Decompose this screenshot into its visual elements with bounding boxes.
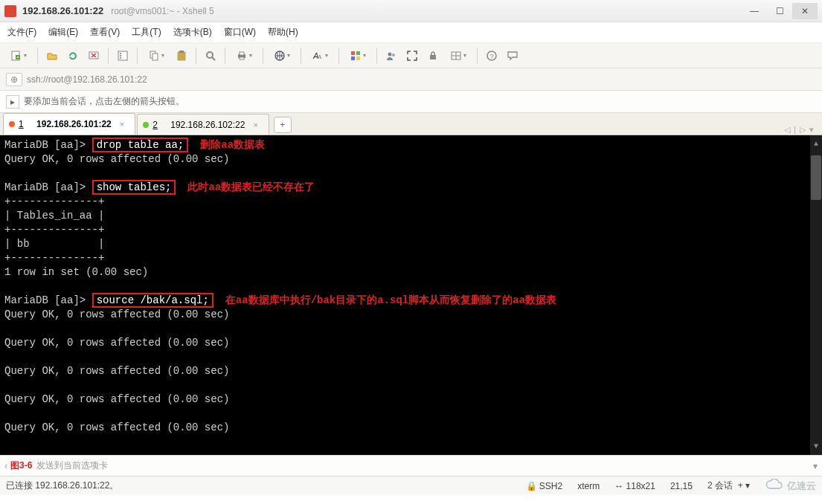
svg-point-5 — [120, 55, 121, 56]
separator — [37, 48, 38, 64]
svg-point-22 — [388, 52, 392, 56]
svg-point-23 — [392, 54, 395, 56]
menu-window[interactable]: 窗口(W) — [224, 26, 256, 39]
chat-icon[interactable] — [503, 46, 522, 65]
status-connection: 已连接 192.168.26.101:22。 — [6, 479, 118, 492]
minimize-button[interactable]: — — [742, 3, 767, 19]
menu-file[interactable]: 文件(F) — [7, 26, 36, 39]
tab-session-1[interactable]: 1 192.168.26.101:22 × — [3, 113, 135, 135]
brand-text: 亿速云 — [787, 479, 816, 493]
output-line: Query OK, 0 rows affected (0.00 sec) — [4, 152, 818, 167]
cmd-drop-table: drop table aa; — [92, 138, 189, 152]
scroll-down-icon[interactable]: ▼ — [812, 438, 820, 455]
menu-tools[interactable]: 工具(T) — [132, 26, 161, 39]
scroll-up-icon[interactable]: ▲ — [812, 135, 820, 152]
svg-rect-9 — [178, 52, 185, 60]
tab-label: 192.168.26.102:22 — [170, 120, 245, 130]
properties-icon[interactable] — [113, 46, 132, 65]
maximize-button[interactable]: ☐ — [767, 3, 792, 19]
separator — [301, 48, 301, 64]
annotation: 删除aa数据表 — [200, 139, 265, 151]
svg-point-11 — [207, 52, 213, 58]
close-button[interactable]: ✕ — [792, 3, 818, 19]
reconnect-icon[interactable] — [63, 46, 83, 65]
svg-rect-3 — [118, 51, 127, 60]
output-line: Query OK, 0 rows affected (0.00 sec) — [4, 421, 818, 435]
svg-rect-18 — [351, 51, 355, 55]
menubar: 文件(F) 编辑(E) 查看(V) 工具(T) 选项卡(B) 窗口(W) 帮助(… — [0, 22, 822, 43]
annotation: 此时aa数据表已经不存在了 — [187, 181, 315, 193]
separator — [137, 48, 138, 64]
menu-help[interactable]: 帮助(H) — [268, 26, 298, 39]
fullscreen-icon[interactable] — [402, 46, 422, 65]
scroll-thumb[interactable] — [811, 155, 821, 200]
separator — [263, 48, 263, 64]
color-icon[interactable] — [344, 46, 372, 65]
menu-edit[interactable]: 编辑(E) — [48, 26, 78, 39]
address-scheme-icon[interactable]: ⊕ — [6, 73, 22, 86]
tab-close-icon[interactable]: × — [253, 120, 257, 129]
find-icon[interactable] — [201, 46, 220, 65]
app-icon — [4, 5, 16, 17]
paste-icon[interactable] — [172, 46, 191, 65]
terminal[interactable]: MariaDB [aa]> drop table aa;删除aa数据表 Quer… — [0, 135, 822, 455]
lock-icon[interactable] — [423, 46, 443, 65]
compose-caret-icon[interactable]: ‹ — [4, 461, 7, 471]
address-url[interactable]: ssh://root@192.168.26.101:22 — [27, 74, 147, 85]
cmd-show-tables: show tables; — [92, 180, 176, 195]
print-icon[interactable] — [230, 46, 258, 65]
brand-logo: 亿速云 — [765, 479, 816, 493]
open-icon[interactable] — [42, 46, 62, 65]
separator — [196, 48, 196, 64]
output-line: +--------------+ — [4, 195, 818, 209]
toolbar: AA ? — [0, 43, 822, 68]
prompt: MariaDB [aa]> — [4, 139, 86, 151]
svg-point-4 — [120, 53, 121, 54]
output-line: | bb | — [4, 237, 818, 251]
svg-rect-21 — [356, 56, 360, 60]
figure-label: 图3-6 — [10, 459, 32, 472]
tab-session-2[interactable]: 2 192.168.26.102:22 × — [137, 114, 269, 135]
send-bar: ‹ 图3-6 发送到当前选项卡 ▾ — [0, 455, 822, 476]
disconnect-icon[interactable] — [84, 46, 103, 65]
menu-view[interactable]: 查看(V) — [90, 26, 120, 39]
separator — [376, 48, 377, 64]
menu-tabs[interactable]: 选项卡(B) — [173, 26, 212, 39]
prompt: MariaDB [aa]> — [4, 181, 86, 193]
font-icon[interactable]: AA — [306, 46, 334, 65]
terminal-scrollbar[interactable]: ▲ ▼ — [810, 135, 822, 455]
status-sessions: 2 会话 — [707, 480, 733, 491]
cloud-icon — [765, 479, 784, 493]
svg-rect-24 — [430, 55, 436, 59]
add-session-arrow-icon[interactable]: ▸ — [6, 95, 19, 109]
cmd-source: source /bak/a.sql; — [92, 293, 213, 308]
status-size: 118x21 — [626, 481, 655, 491]
title-sub: root@vms001:~ - Xshell 5 — [111, 6, 214, 16]
status-bar: 已连接 192.168.26.101:22。 🔒 SSH2 xterm ↔ 11… — [0, 476, 822, 495]
tab-label: 192.168.26.101:22 — [36, 119, 112, 129]
output-line: | Tables_in_aa | — [4, 209, 818, 223]
tab-close-icon[interactable]: × — [120, 120, 124, 129]
globe-icon[interactable] — [268, 46, 296, 65]
new-session-icon[interactable] — [4, 46, 33, 65]
svg-rect-10 — [179, 51, 184, 53]
status-protocol: SSH2 — [539, 481, 562, 491]
output-line: Query OK, 0 rows affected (0.00 sec) — [4, 392, 818, 407]
add-tab-button[interactable]: + — [274, 117, 292, 133]
svg-rect-20 — [351, 56, 355, 60]
layout-icon[interactable] — [444, 46, 472, 65]
separator — [477, 48, 478, 64]
status-dot-icon — [9, 121, 15, 127]
users-icon[interactable] — [382, 46, 401, 65]
help-icon[interactable]: ? — [482, 46, 501, 65]
output-line: Query OK, 0 rows affected (0.00 sec) — [4, 308, 818, 322]
separator — [338, 48, 339, 64]
send-target-dropdown[interactable]: ▾ — [813, 461, 818, 471]
copy-icon[interactable] — [142, 46, 170, 65]
svg-rect-19 — [356, 51, 360, 55]
session-tabs: 1 192.168.26.101:22 × 2 192.168.26.102:2… — [0, 113, 822, 135]
tab-nav-buttons[interactable]: ◁ | ▷ ▾ — [784, 125, 819, 135]
tab-number: 1 — [19, 119, 24, 129]
tab-number: 2 — [152, 120, 158, 130]
svg-text:A: A — [318, 54, 322, 60]
